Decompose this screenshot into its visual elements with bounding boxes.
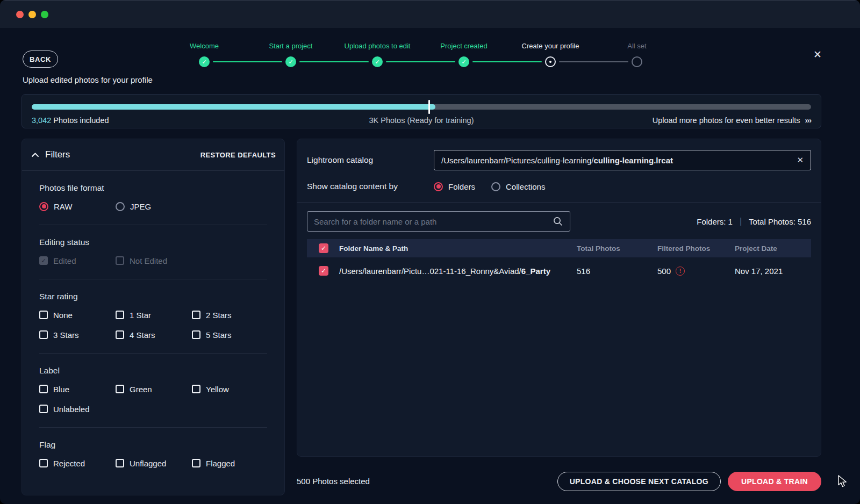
option-label: Unflagged	[130, 459, 166, 468]
folder-search-box	[307, 211, 570, 232]
step-label: Upload photos to edit	[334, 42, 420, 52]
checkbox-4-stars[interactable]: 4 Stars	[116, 329, 192, 341]
step-pending-icon	[632, 56, 642, 67]
option-label: Unlabeled	[53, 405, 90, 414]
photos-progress-bar	[32, 104, 811, 110]
option-label: 4 Stars	[130, 330, 155, 340]
checkbox-flagged[interactable]: Flagged	[192, 457, 268, 469]
total-photos-count: Total Photos: 516	[749, 217, 811, 226]
checkbox-not-edited: Not Edited	[116, 255, 192, 267]
triple-chevron-icon: ›››	[805, 116, 812, 125]
checkbox-rejected[interactable]: Rejected	[39, 457, 116, 469]
checkbox-yellow[interactable]: Yellow	[192, 383, 268, 395]
select-all-checkbox[interactable]	[319, 243, 328, 253]
upload-train-button[interactable]: UPLOAD & TRAIN	[728, 472, 821, 491]
chevron-up-icon[interactable]	[31, 152, 39, 157]
alert-icon: !	[676, 267, 685, 276]
show-catalog-by-label: Show catalog content by	[307, 182, 434, 191]
radio-raw[interactable]: RAW	[39, 200, 116, 212]
checkbox-2-stars[interactable]: 2 Stars	[192, 309, 268, 321]
checkbox-unflagged[interactable]: Unflagged	[116, 457, 192, 469]
section-title: Label	[39, 366, 267, 376]
photos-selected-label: 500 Photos selected	[297, 477, 370, 486]
search-icon[interactable]	[553, 216, 563, 227]
row-filtered-photos: 500	[657, 267, 671, 276]
catalog-panel: Lightroom catalog /Users/laurenbarr/Pict…	[297, 139, 821, 457]
divider	[297, 202, 821, 203]
option-label: 2 Stars	[206, 311, 232, 320]
option-label: Not Edited	[130, 256, 167, 265]
section-title: Star rating	[39, 292, 267, 301]
catalog-path-input[interactable]: /Users/laurenbarr/Pictures/culling-learn…	[434, 150, 811, 170]
column-header-filtered: Filtered Photos	[657, 244, 735, 253]
checkbox-unlabeled[interactable]: Unlabeled	[39, 403, 116, 415]
onboarding-stepper: Welcome Start a project Upload photos to…	[0, 0, 860, 75]
option-label: 5 Stars	[206, 330, 232, 340]
option-label: JPEG	[130, 202, 151, 211]
upload-choose-next-catalog-button[interactable]: UPLOAD & CHOOSE NEXT CATALOG	[557, 472, 721, 491]
filters-title: Filters	[45, 149, 70, 160]
column-header-total: Total Photos	[577, 244, 657, 253]
checkbox-icon	[116, 311, 124, 319]
step-connector	[472, 61, 542, 62]
checkbox-icon	[39, 405, 48, 413]
radio-selected-icon	[434, 182, 443, 191]
column-header-date: Project Date	[735, 244, 811, 253]
app-window: BACK Upload edited photos for your profi…	[0, 0, 860, 504]
filter-section-label: Label Blue Green Yellow Unlabeled	[39, 354, 267, 427]
radio-selected-icon	[39, 202, 48, 211]
radio-folders[interactable]: Folders	[434, 182, 475, 191]
checkbox-green[interactable]: Green	[116, 383, 192, 395]
radio-jpeg[interactable]: JPEG	[116, 200, 192, 212]
checkbox-5-stars[interactable]: 5 Stars	[192, 329, 268, 341]
step-label: Create your profile	[507, 42, 593, 52]
option-label: Folders	[448, 182, 475, 191]
checkbox-checked-disabled-icon	[39, 256, 48, 265]
step-connector	[559, 61, 628, 62]
folder-search-input[interactable]	[314, 217, 553, 226]
clear-catalog-icon[interactable]: ✕	[791, 155, 804, 165]
upload-more-text: Upload more photos for even better resul…	[653, 116, 800, 125]
step-connector	[299, 61, 369, 62]
section-title: Editing status	[39, 237, 267, 247]
upload-more-link[interactable]: Upload more photos for even better resul…	[653, 116, 811, 125]
step-label: All set	[594, 42, 680, 52]
catalog-stats: Folders: 1 | Total Photos: 516	[697, 217, 811, 226]
checkbox-icon	[192, 385, 200, 393]
training-progress-panel: 3,042 Photos included 3K Photos (Ready f…	[22, 94, 821, 128]
mouse-cursor	[837, 475, 849, 488]
checkbox-icon	[192, 330, 200, 339]
option-label: 1 Star	[130, 311, 151, 320]
checkbox-none[interactable]: None	[39, 309, 116, 321]
step-check-icon	[199, 56, 210, 67]
checkbox-icon	[116, 459, 124, 467]
checkbox-icon	[116, 385, 124, 393]
checkbox-icon	[39, 311, 48, 319]
row-path-prefix: /Users/laurenbarr/Pictu…021-11-16_Ronny&…	[339, 267, 521, 276]
step-connector	[213, 61, 282, 62]
step-all-set: All set	[594, 42, 680, 67]
step-project-created: Project created	[421, 42, 507, 67]
checkbox-1-star[interactable]: 1 Star	[116, 309, 192, 321]
option-label: Rejected	[53, 459, 85, 468]
step-label: Project created	[421, 42, 507, 52]
folders-count: Folders: 1	[697, 217, 733, 226]
step-check-icon	[458, 56, 469, 67]
restore-defaults-button[interactable]: RESTORE DEFAULTS	[200, 151, 276, 159]
row-total-photos: 516	[577, 267, 657, 276]
row-project-date: Nov 17, 2021	[735, 267, 811, 276]
row-checkbox[interactable]	[319, 266, 328, 276]
option-label: None	[53, 311, 73, 320]
progress-fill	[32, 104, 435, 110]
checkbox-blue[interactable]: Blue	[39, 383, 116, 395]
table-row[interactable]: /Users/laurenbarr/Pictu…021-11-16_Ronny&…	[307, 260, 811, 282]
option-label: RAW	[54, 202, 72, 211]
option-label: Green	[130, 385, 152, 394]
radio-collections[interactable]: Collections	[491, 182, 545, 191]
checkbox-3-stars[interactable]: 3 Stars	[39, 329, 116, 341]
column-header-folder: Folder Name & Path	[339, 244, 577, 253]
catalog-path-prefix: /Users/laurenbarr/Pictures/culling-learn…	[441, 156, 593, 165]
step-welcome: Welcome	[161, 42, 247, 67]
step-check-icon	[285, 56, 296, 67]
step-current-icon	[545, 56, 556, 67]
